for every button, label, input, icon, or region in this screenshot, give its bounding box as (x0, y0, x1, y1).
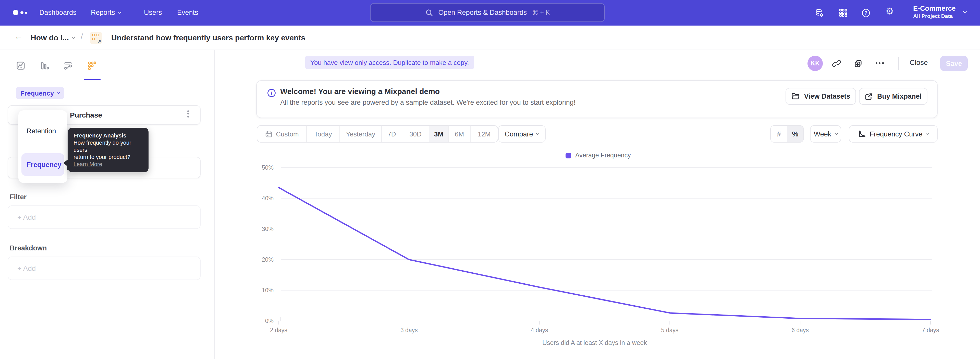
banner-subtitle: All the reports you see are powered by a… (280, 99, 576, 106)
svg-text:2 days: 2 days (270, 327, 287, 333)
tooltip-title: Frequency Analysis (73, 132, 143, 139)
svg-text:?: ? (864, 10, 867, 16)
divider (898, 57, 899, 70)
tab-flows[interactable] (59, 56, 77, 75)
calendar-icon (265, 130, 272, 138)
folder-icon (791, 93, 800, 100)
nav-events[interactable]: Events (177, 9, 198, 16)
frequency-curve-icon (858, 130, 866, 138)
range-12m[interactable]: 12M (471, 126, 498, 142)
frequency-line-chart[interactable]: 50%40%30%20%10%0%2 days3 days4 days5 day… (250, 163, 939, 336)
demo-banner: i Welcome! You are viewing a Mixpanel de… (256, 80, 938, 118)
tooltip-line: return to your product? (73, 153, 143, 160)
compare-button[interactable]: Compare (498, 125, 546, 143)
project-switcher[interactable]: E-Commerce All Project Data (913, 4, 956, 19)
nav-users[interactable]: Users (144, 9, 162, 16)
breadcrumb[interactable]: How do I... (30, 33, 75, 42)
chevron-down-icon (925, 131, 929, 135)
close-button[interactable]: Close (910, 58, 928, 67)
svg-text:4 days: 4 days (531, 327, 548, 333)
range-6m[interactable]: 6M (449, 126, 471, 142)
mixpanel-app: Dashboards Reports Users Events Open Rep… (0, 0, 980, 359)
dropdown-item-retention[interactable]: Retention (21, 120, 64, 142)
unit-percent[interactable]: % (787, 126, 803, 142)
data-management-icon[interactable] (815, 8, 824, 20)
settings-gear-icon[interactable]: ⚙ (886, 6, 894, 16)
nav-reports[interactable]: Reports (91, 9, 121, 16)
apps-grid-icon[interactable] (838, 8, 848, 19)
analysis-type-selector[interactable]: Frequency (16, 87, 64, 99)
chevron-down-icon (72, 35, 75, 38)
svg-text:5 days: 5 days (661, 327, 679, 333)
nav-dashboards[interactable]: Dashboards (39, 9, 76, 16)
dropdown-item-frequency[interactable]: Frequency (21, 153, 64, 176)
copy-link-icon[interactable] (832, 59, 841, 70)
breadcrumb-separator: / (81, 32, 83, 41)
event-options-icon[interactable] (187, 110, 189, 117)
interval-dropdown[interactable]: Week (810, 125, 841, 143)
unit-number[interactable]: # (771, 126, 787, 142)
range-today[interactable]: Today (307, 126, 340, 142)
board-template-icon[interactable]: ↗ (90, 32, 102, 44)
sidebar-divider (215, 50, 215, 359)
range-custom[interactable]: Custom (257, 126, 307, 142)
svg-text:20%: 20% (262, 256, 274, 263)
date-range-control: Custom Today Yesterday 7D 30D 3M 6M 12M (257, 125, 498, 143)
report-header: ← How do I... / ↗ Understand how frequen… (0, 26, 980, 50)
avatar[interactable]: KK (808, 56, 823, 71)
duplicate-icon[interactable] (853, 59, 863, 70)
filter-add-button[interactable]: + Add (8, 206, 200, 229)
chevron-down-icon (56, 91, 60, 94)
chart-type-dropdown[interactable]: Frequency Curve (849, 125, 938, 143)
top-nav-bar: Dashboards Reports Users Events Open Rep… (0, 0, 980, 26)
svg-text:i: i (271, 90, 272, 96)
chart-legend[interactable]: Average Frequency (566, 152, 631, 159)
search-shortcut: ⌘ + K (532, 9, 550, 16)
project-scope: All Project Data (913, 13, 956, 19)
active-tab-indicator (84, 79, 100, 80)
help-icon[interactable]: ? (861, 8, 871, 20)
legend-swatch (566, 153, 571, 158)
more-actions-icon[interactable] (876, 62, 884, 64)
search-placeholder: Open Reports & Dashboards (438, 9, 527, 16)
svg-text:0%: 0% (265, 318, 274, 324)
banner-title: Welcome! You are viewing a Mixpanel demo (280, 87, 440, 96)
event-label: Purchase (70, 111, 102, 119)
tooltip-arrow (63, 160, 68, 167)
global-search[interactable]: Open Reports & Dashboards ⌘ + K (370, 3, 605, 22)
chevron-down-icon (963, 9, 967, 14)
tooltip-line: users (73, 146, 143, 153)
svg-text:30%: 30% (262, 226, 274, 232)
filter-heading: Filter (10, 193, 27, 201)
buy-mixpanel-button[interactable]: Buy Mixpanel (859, 88, 928, 105)
analysis-type-dropdown: Retention Frequency (18, 110, 67, 183)
svg-text:40%: 40% (262, 195, 274, 202)
chart-caption: Users did A at least X days in a week (250, 339, 939, 346)
back-button[interactable]: ← (14, 32, 23, 42)
svg-text:6 days: 6 days (791, 327, 809, 333)
svg-text:10%: 10% (262, 287, 274, 294)
range-yesterday[interactable]: Yesterday (340, 126, 382, 142)
view-only-notice[interactable]: You have view only access. Duplicate to … (305, 56, 474, 69)
range-7d[interactable]: 7D (382, 126, 402, 142)
view-datasets-button[interactable]: View Datasets (786, 88, 856, 105)
tab-retention[interactable] (83, 56, 101, 75)
breakdown-add-button[interactable]: + Add (8, 257, 200, 280)
range-30d[interactable]: 30D (402, 126, 429, 142)
range-3m[interactable]: 3M (429, 126, 449, 142)
info-icon: i (267, 88, 276, 97)
external-link-icon (865, 92, 873, 101)
tab-insights[interactable] (11, 56, 30, 75)
learn-more-link[interactable]: Learn More (73, 161, 102, 167)
save-button[interactable]: Save (940, 56, 968, 71)
legend-label: Average Frequency (575, 152, 631, 159)
project-name: E-Commerce (913, 4, 956, 13)
frequency-tooltip: Frequency Analysis How frequently do you… (68, 128, 148, 172)
report-title: Understand how frequently users perform … (111, 33, 305, 42)
search-icon (425, 8, 433, 17)
unit-toggle: # % (770, 125, 804, 143)
chevron-down-icon (834, 131, 838, 135)
chevron-down-icon (118, 10, 121, 14)
svg-text:7 days: 7 days (922, 327, 939, 333)
tab-funnels[interactable] (35, 56, 54, 75)
